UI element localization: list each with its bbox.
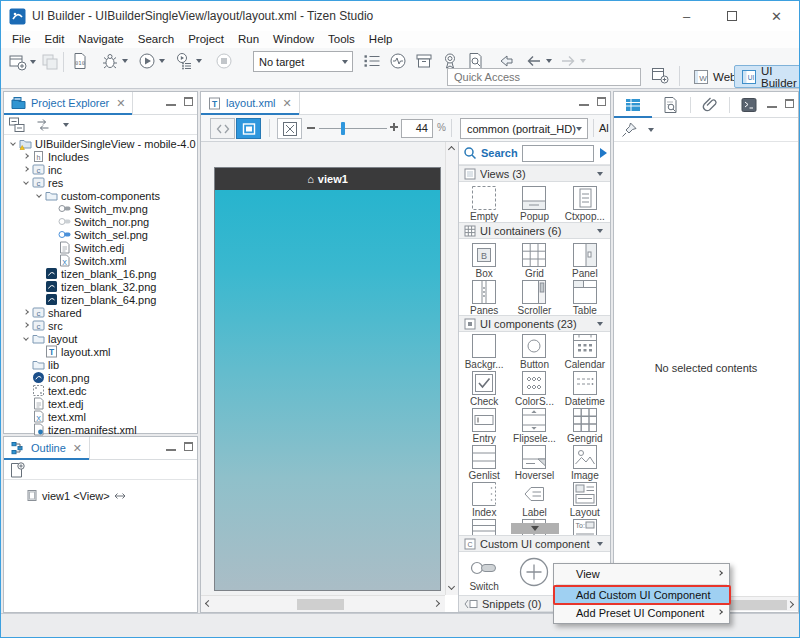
palette-item-hoversel[interactable]: Hoversel	[509, 443, 559, 480]
close-icon[interactable]: ✕	[283, 97, 292, 110]
profile-selector-combo[interactable]: common (portrait_HD)	[460, 118, 588, 139]
tree-item-tizen-blank-16-png[interactable]: tizen_blank_16.png	[4, 267, 197, 280]
menu-tools[interactable]: Tools	[321, 31, 362, 48]
palette-item-ctxpopup[interactable]: Ctxpop...	[560, 184, 610, 221]
palette-item-index[interactable]: Index	[459, 480, 509, 517]
maximize-panel-icon[interactable]	[785, 99, 794, 108]
maximize-panel-icon[interactable]	[184, 97, 193, 106]
zoom-level-input[interactable]: 44	[401, 119, 433, 138]
menu-item-add-custom-ui-component[interactable]: Add Custom UI Component	[554, 586, 729, 604]
new-wizard-button[interactable]	[9, 53, 36, 71]
quick-access-input[interactable]	[447, 68, 641, 86]
tree-item-text-edj[interactable]: text.edj	[4, 397, 197, 410]
tree-item-uibuildersingleview-mobile-4-0[interactable]: UIBuilderSingleView - mobile-4.0	[4, 137, 197, 150]
canvas-horizontal-scrollbar[interactable]	[201, 595, 445, 612]
zoom-slider-handle[interactable]	[341, 122, 345, 135]
maximize-panel-icon[interactable]	[597, 97, 606, 106]
menu-file[interactable]: File	[5, 31, 38, 48]
palette-item-button[interactable]: Button	[509, 332, 559, 369]
palette-item-datetime[interactable]: Datetime	[560, 369, 610, 406]
palette-item-gengrid[interactable]: Gengrid	[560, 406, 610, 443]
palette-item-popup[interactable]: Popup	[509, 184, 559, 221]
add-view-icon[interactable]	[8, 461, 26, 479]
chevron-down-icon[interactable]	[122, 59, 128, 63]
tree-twistie-icon[interactable]	[22, 178, 32, 188]
palette-item-panes[interactable]: Panes	[459, 278, 509, 315]
tab-preview[interactable]	[652, 92, 690, 118]
tree-item-layout[interactable]: layout	[4, 332, 197, 345]
canvas-vertical-scrollbar[interactable]	[445, 142, 458, 595]
menu-run[interactable]: Run	[231, 31, 266, 48]
palette-section-header-custom[interactable]: CCustom UI components (1)	[459, 535, 610, 552]
outline-item-view1[interactable]: view1 <View>	[4, 488, 197, 503]
palette-item-switch-custom[interactable]: Switch	[459, 554, 509, 591]
perspective-ui-builder-button[interactable]: UI UI Builder	[734, 65, 800, 88]
palette-item-multibuttonentry[interactable]: To:	[560, 517, 610, 535]
palette-item-background[interactable]: Backgr...	[459, 332, 509, 369]
chevron-down-icon[interactable]	[648, 128, 654, 132]
tree-twistie-icon[interactable]	[22, 152, 32, 162]
tree-twistie-icon[interactable]	[22, 165, 32, 175]
chevron-down-icon[interactable]	[30, 60, 36, 64]
palette-section-header-containers[interactable]: UI containers (6)	[459, 222, 610, 239]
scroll-right-icon[interactable]	[787, 600, 794, 607]
tree-twistie-icon[interactable]	[22, 334, 32, 344]
palette-item-table[interactable]: Table	[560, 278, 610, 315]
palette-item-layout[interactable]: Layout	[560, 480, 610, 517]
package-manager-button[interactable]	[415, 52, 433, 70]
tree-item-switch-mv-png[interactable]: Switch_mv.png	[4, 202, 197, 215]
tree-twistie-icon[interactable]	[9, 139, 19, 149]
tree-item-tizen-blank-32-png[interactable]: tizen_blank_32.png	[4, 280, 197, 293]
tree-item-src[interactable]: csrc	[4, 319, 197, 332]
link-with-editor-icon[interactable]	[34, 116, 52, 134]
chevron-down-icon[interactable]	[196, 59, 202, 63]
tree-twistie-icon[interactable]	[22, 308, 32, 318]
palette-section-header-views[interactable]: Views (3)	[459, 165, 610, 182]
tree-item-res[interactable]: cres	[4, 176, 197, 189]
tree-item-shared[interactable]: cshared	[4, 306, 197, 319]
scrollbar-thumb[interactable]	[297, 599, 344, 610]
tree-item-tizen-manifest-xml[interactable]: tizen-manifest.xml	[4, 423, 197, 436]
tab-layout-xml[interactable]: T layout.xml ✕	[201, 92, 300, 115]
minimize-icon[interactable]: –	[664, 1, 709, 31]
run-button[interactable]	[138, 52, 165, 70]
collapse-section-icon[interactable]	[597, 542, 603, 546]
minimize-panel-icon[interactable]	[166, 97, 176, 106]
maximize-icon[interactable]	[709, 1, 754, 31]
menu-help[interactable]: Help	[362, 31, 400, 48]
palette-item-box[interactable]: BBox	[459, 241, 509, 278]
collapse-all-icon[interactable]	[8, 116, 26, 134]
tree-twistie-icon[interactable]	[35, 191, 45, 201]
palette-item-image[interactable]: Image	[560, 443, 610, 480]
maximize-panel-icon[interactable]	[184, 442, 193, 451]
tree-item-text-xml[interactable]: Xtext.xml	[4, 410, 197, 423]
menu-item-view[interactable]: View	[554, 565, 729, 583]
tab-outline[interactable]: Outline ✕	[4, 437, 90, 460]
palette-item-entry[interactable]: Entry	[459, 406, 509, 443]
zoom-in-icon[interactable]	[390, 123, 398, 131]
tree-item-icon-png[interactable]: icon.png	[4, 371, 197, 384]
palette-item-scroller[interactable]: Scroller	[509, 278, 559, 315]
target-selector-combo[interactable]: No target	[253, 51, 353, 72]
scroll-right-icon[interactable]	[433, 600, 440, 607]
menu-navigate[interactable]: Navigate	[71, 31, 130, 48]
tree-item-lib[interactable]: lib	[4, 358, 197, 371]
palette-item-grid[interactable]: Grid	[509, 241, 559, 278]
scroll-down-icon[interactable]	[448, 583, 455, 590]
chevron-down-icon[interactable]	[546, 59, 552, 63]
collapse-section-icon[interactable]	[597, 322, 603, 326]
scroll-left-icon[interactable]	[205, 600, 212, 607]
tab-attachments[interactable]	[691, 92, 729, 118]
tree-item-switch-sel-png[interactable]: Switch_sel.png	[4, 228, 197, 241]
palette-item-flipselector[interactable]: Flipsele...	[509, 406, 559, 443]
menu-search[interactable]: Search	[131, 31, 181, 48]
binary-file-button[interactable]: 010	[71, 52, 89, 70]
palette-section-header-components[interactable]: UI components (23)	[459, 315, 610, 332]
palette-item-colorselector[interactable]: ColorS...	[509, 369, 559, 406]
dynamic-analyzer-button[interactable]	[389, 52, 407, 70]
tree-item-switch-nor-png[interactable]: Switch_nor.png	[4, 215, 197, 228]
run-configurations-button[interactable]	[175, 52, 202, 70]
search-go-icon[interactable]	[600, 148, 607, 158]
palette-search-input[interactable]	[522, 145, 594, 162]
design-view-button[interactable]	[236, 118, 261, 139]
